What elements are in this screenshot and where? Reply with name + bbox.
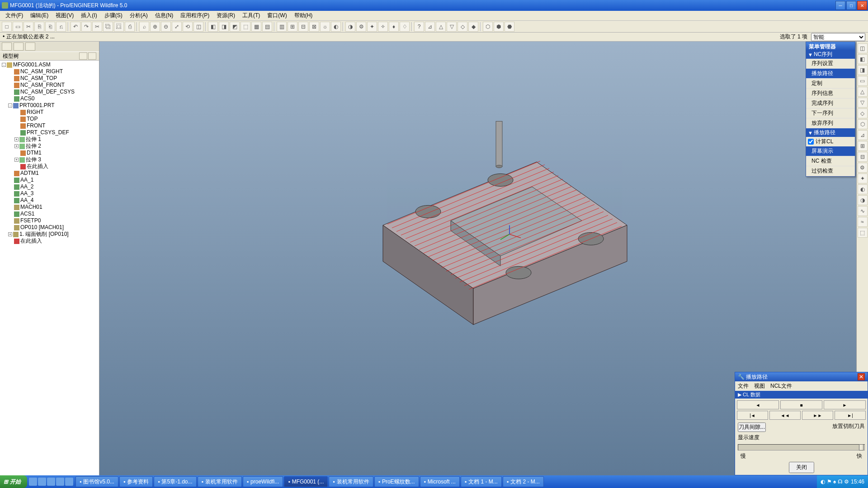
tree-node[interactable]: 在此插入 <box>2 163 97 170</box>
speed-slider[interactable] <box>738 444 865 450</box>
play-menu-item[interactable]: 文件 <box>738 382 749 390</box>
tree-node[interactable]: NC_ASM_RIGHT <box>2 68 97 75</box>
tree-node[interactable]: PRT_CSYS_DEF <box>2 129 97 136</box>
menu-item[interactable]: 信息(N) <box>151 11 177 20</box>
play-next-button[interactable]: ► <box>824 400 866 409</box>
right-tool-button[interactable]: ◨ <box>858 65 868 75</box>
tree-tab-3[interactable] <box>25 42 35 51</box>
toolbar-button[interactable]: ◨ <box>219 22 229 32</box>
play-menu-item[interactable]: NCL文件 <box>770 382 792 390</box>
toolbar-button[interactable]: ⊖ <box>161 22 171 32</box>
menu-item[interactable]: 视图(V) <box>52 11 77 20</box>
tree-node[interactable]: +拉伸 1 <box>2 136 97 143</box>
menu-item[interactable]: 应用程序(P) <box>177 11 213 20</box>
toolbar-button[interactable]: ↶ <box>71 22 80 32</box>
tree-node[interactable]: RIGHT <box>2 109 97 116</box>
menu-item[interactable]: 帮助(H) <box>291 11 316 20</box>
tree-node[interactable]: ACS0 <box>2 95 97 102</box>
tree-node[interactable]: FRONT <box>2 122 97 129</box>
tree-show-button[interactable] <box>88 52 96 60</box>
menu-manager-item[interactable]: 放弃序列 <box>806 118 855 128</box>
toolbar-button[interactable]: ☼ <box>320 22 330 32</box>
toolbar-button[interactable]: ✧ <box>378 22 388 32</box>
toolbar-button[interactable]: ⊟ <box>298 22 308 32</box>
taskbar-button[interactable]: ▪装机常用软件 <box>198 476 242 487</box>
toolbar-button[interactable]: ▽ <box>447 22 457 32</box>
tree-node[interactable]: +拉伸 3 <box>2 156 97 163</box>
toolbar-button[interactable]: ⿴ <box>114 22 124 32</box>
menu-item[interactable]: 插入(I) <box>77 11 100 20</box>
menu-item[interactable]: 编辑(E) <box>27 11 52 20</box>
right-tool-button[interactable]: ◫ <box>858 43 868 53</box>
menu-item[interactable]: 工具(T) <box>239 11 264 20</box>
toolbar-button[interactable]: ⬡ <box>483 22 493 32</box>
toolbar-button[interactable]: ⎘ <box>34 22 44 32</box>
play-forward-button[interactable]: ►► <box>802 411 833 420</box>
menu-item[interactable]: 资源(R) <box>213 11 239 20</box>
tree-node[interactable]: MACH01 <box>2 204 97 211</box>
menu-manager-item[interactable]: 完成序列 <box>806 99 855 108</box>
minimize-button[interactable]: ─ <box>835 1 845 10</box>
tree-node[interactable]: AA_1 <box>2 177 97 183</box>
play-close-button[interactable]: 关闭 <box>789 462 814 473</box>
toolbar-button[interactable]: ▤ <box>262 22 272 32</box>
toolbar-button[interactable]: ⟲ <box>183 22 193 32</box>
close-button[interactable]: ✕ <box>857 1 867 10</box>
menu-manager-item[interactable]: 屏幕演示 <box>806 146 855 156</box>
toolbar-button[interactable]: ♢ <box>400 22 410 32</box>
toolbar-button[interactable]: ↷ <box>81 22 91 32</box>
tree-node[interactable]: NC_ASM_FRONT <box>2 82 97 89</box>
toolbar-button[interactable]: ⚙ <box>356 22 366 32</box>
toolbar-button[interactable]: ◩ <box>230 22 240 32</box>
menu-section-nc[interactable]: ▼ NC序列 <box>806 50 855 59</box>
taskbar-button[interactable]: ▪参考资料 <box>119 476 153 487</box>
tree-body[interactable]: -MFG0001.ASMNC_ASM_RIGHTNC_ASM_TOPNC_ASM… <box>0 61 99 475</box>
toolbar-button[interactable]: ◆ <box>468 22 478 32</box>
selection-filter-select[interactable]: 智能 <box>811 33 865 41</box>
taskbar-button[interactable]: ▪图书馆v5.0... <box>75 476 118 487</box>
toolbar-button[interactable]: ⊞ <box>288 22 297 32</box>
toolbar-button[interactable]: ⊕ <box>150 22 160 32</box>
calc-cl-checkbox[interactable] <box>808 139 814 145</box>
play-last-button[interactable]: ►| <box>835 411 866 420</box>
cl-data-bar[interactable]: ▶ CL 数据 <box>735 391 868 399</box>
toolbar-button[interactable]: ⤢ <box>172 22 182 32</box>
tree-node[interactable]: ACS1 <box>2 211 97 217</box>
menu-manager-item[interactable]: 播放路径 <box>806 69 855 79</box>
menu-item[interactable]: 分析(A) <box>126 11 151 20</box>
right-tool-button[interactable]: ⚙ <box>858 163 868 173</box>
taskbar-button[interactable]: ▪MFG0001 (... <box>284 476 328 487</box>
menu-item[interactable]: 窗口(W) <box>264 11 290 20</box>
taskbar-button[interactable]: ▪第5章-1.do... <box>154 476 196 487</box>
taskbar-button[interactable]: ▪Microsoft ... <box>420 476 460 487</box>
right-tool-button[interactable]: ◑ <box>858 195 868 205</box>
right-tool-button[interactable]: ⊞ <box>858 141 868 151</box>
toolbar-button[interactable]: ▭ <box>13 22 23 32</box>
right-tool-button[interactable]: ◧ <box>858 54 868 64</box>
tree-node[interactable]: FSETP0 <box>2 217 97 224</box>
start-button[interactable]: ⊞ 开始 <box>0 475 27 488</box>
tree-settings-button[interactable] <box>79 52 87 60</box>
menu-manager-item[interactable]: 过切检查 <box>806 166 855 176</box>
tree-node[interactable]: AA_2 <box>2 183 97 190</box>
right-tool-button[interactable]: ◐ <box>858 184 868 194</box>
menu-manager-item[interactable]: 序列信息 <box>806 89 855 99</box>
play-first-button[interactable]: |◄ <box>737 411 768 420</box>
toolbar-button[interactable]: ⬣ <box>505 22 514 32</box>
toolbar-button[interactable]: ? <box>414 22 424 32</box>
toolbar-button[interactable]: ⌕ <box>139 22 149 32</box>
toolbar-button[interactable]: △ <box>436 22 446 32</box>
tree-node[interactable]: OP010 [MACH01] <box>2 224 97 231</box>
toolbar-button[interactable]: ◇ <box>458 22 467 32</box>
right-tool-button[interactable]: ✦ <box>858 174 868 183</box>
ql-4[interactable] <box>56 478 64 486</box>
menu-check-cl[interactable]: 计算CL <box>806 137 855 146</box>
ql-5[interactable] <box>65 478 73 486</box>
right-tool-button[interactable]: ◇ <box>858 108 868 118</box>
menu-item[interactable]: 步骤(S) <box>101 11 126 20</box>
tree-node[interactable]: 在此插入 <box>2 238 97 244</box>
tree-node[interactable]: ADTM1 <box>2 170 97 177</box>
place-tool-label[interactable]: 放置切削刀具 <box>832 422 865 432</box>
tree-node[interactable]: +1. 端面铣削 [OP010] <box>2 231 97 238</box>
right-tool-button[interactable]: ≈ <box>858 217 868 227</box>
